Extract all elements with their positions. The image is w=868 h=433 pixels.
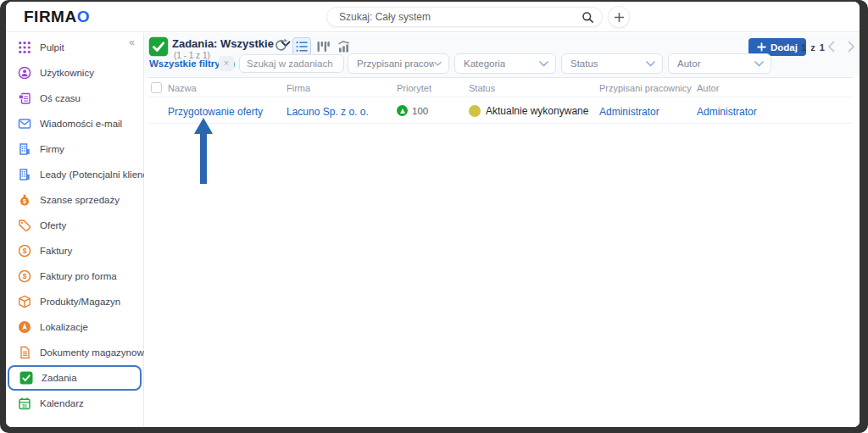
global-search bbox=[326, 7, 603, 27]
sidebar-item-dokumenty-magazynowe[interactable]: Dokumenty magazynowe bbox=[6, 340, 143, 365]
sidebar-item-label: Użytkownicy bbox=[40, 68, 94, 78]
sidebar-item-label: Oferty bbox=[40, 220, 66, 230]
dollar-circle-icon: $ bbox=[18, 244, 31, 258]
sidebar-item-label: Faktury bbox=[40, 246, 72, 256]
moneybag-icon: $ bbox=[18, 193, 31, 207]
filter-dropdown-status[interactable]: Status bbox=[561, 53, 663, 74]
grid-icon bbox=[18, 41, 31, 54]
sidebar-item-label: Firmy bbox=[40, 144, 64, 154]
sidebar-item-label: Wiadomości e-mail bbox=[40, 119, 122, 129]
author-link[interactable]: Administrator bbox=[697, 106, 757, 118]
sidebar-item-label: Faktury pro forma bbox=[40, 271, 117, 281]
page-title: Zadania: Wszystkie bbox=[172, 37, 274, 50]
column-header-status[interactable]: Status bbox=[469, 83, 495, 93]
column-header-nazwa[interactable]: Nazwa bbox=[168, 83, 197, 93]
chevron-down-icon bbox=[646, 61, 655, 67]
sidebar-more[interactable]: ... bbox=[6, 419, 143, 427]
global-search-input[interactable] bbox=[327, 11, 581, 23]
sidebar-item-label: Oś czasu bbox=[40, 93, 81, 103]
svg-text:$: $ bbox=[23, 272, 27, 280]
dropdown-label: Kategoria bbox=[464, 58, 505, 69]
sidebar-item-wiadomosci-email[interactable]: Wiadomości e-mail bbox=[6, 111, 143, 136]
chevron-down-icon bbox=[434, 61, 442, 67]
pagination-next-icon[interactable] bbox=[848, 41, 855, 56]
svg-text:$: $ bbox=[23, 247, 27, 255]
select-all-checkbox[interactable] bbox=[151, 82, 162, 93]
tag-icon bbox=[18, 219, 31, 232]
sidebar-item-os-czasu[interactable]: Oś czasu bbox=[6, 86, 143, 111]
chevron-down-icon bbox=[539, 61, 548, 67]
sidebar-item-label: Kalendarz bbox=[40, 398, 84, 408]
sidebar-item-szanse-sprzedazy[interactable]: $ Szanse sprzedaży bbox=[6, 187, 143, 213]
app-content: FIRMAO Pulpit Użytkownicy Oś czasu bbox=[6, 2, 860, 427]
pagination-prev-icon[interactable] bbox=[827, 41, 835, 56]
logo-text: FIRMA bbox=[24, 8, 77, 25]
task-search-input[interactable] bbox=[239, 54, 344, 73]
document-icon bbox=[18, 346, 31, 359]
sidebar-item-label: Pulpit bbox=[40, 42, 64, 53]
table-row[interactable]: Przygotowanie oferty Lacuno Sp. z o. o. … bbox=[147, 98, 853, 124]
company-link[interactable]: Lacuno Sp. z o. o. bbox=[287, 106, 369, 118]
mail-icon bbox=[18, 117, 31, 130]
sidebar-item-produkty-magazyn[interactable]: Produkty/Magazyn bbox=[6, 289, 143, 314]
sidebar-item-faktury-pro-forma[interactable]: $ Faktury pro forma bbox=[6, 264, 143, 289]
building-icon bbox=[18, 142, 31, 156]
dropdown-label: Status bbox=[570, 58, 598, 69]
main-content: Zadania: Wszystkie (1 - 1 z 1) Dodaj 1 z… bbox=[144, 33, 860, 427]
sidebar-item-label: Zadania bbox=[42, 373, 77, 383]
dropdown-label: Autor bbox=[677, 58, 701, 69]
search-icon[interactable] bbox=[581, 11, 594, 24]
priority-cell: 100 bbox=[397, 105, 428, 116]
svg-text:$: $ bbox=[23, 198, 26, 205]
box-icon bbox=[18, 295, 31, 308]
column-header-firma[interactable]: Firma bbox=[287, 83, 310, 93]
annotation-arrow-up bbox=[193, 118, 214, 184]
sidebar-item-lokalizacje[interactable]: Lokalizacje bbox=[6, 314, 143, 340]
filter-dropdown-przypisani-pracownicy[interactable]: Przypisani pracownicy bbox=[348, 53, 449, 74]
column-header-autor[interactable]: Autor bbox=[697, 83, 719, 93]
plus-icon bbox=[757, 42, 766, 52]
topbar: FIRMAO bbox=[6, 2, 860, 32]
sidebar-item-label: Leady (Potencjalni klienci) bbox=[40, 169, 153, 180]
filter-dropdown-autor[interactable]: Autor bbox=[668, 53, 771, 74]
sidebar-item-label: Dokumenty magazynowe bbox=[40, 347, 149, 358]
refresh-icon[interactable] bbox=[274, 38, 288, 56]
sidebar-item-firmy[interactable]: Firmy bbox=[6, 136, 143, 162]
tasks-icon bbox=[148, 36, 169, 60]
global-add-button[interactable] bbox=[608, 6, 630, 28]
sidebar-item-pulpit[interactable]: Pulpit bbox=[6, 35, 143, 60]
task-name-link[interactable]: Przygotowanie oferty bbox=[168, 106, 263, 118]
add-button-label: Dodaj bbox=[771, 42, 798, 53]
priority-up-icon bbox=[397, 105, 408, 116]
filter-dropdown-kategoria[interactable]: Kategoria bbox=[454, 53, 556, 74]
pagination-label: 1 z 1 bbox=[801, 42, 826, 53]
column-header-priorytet[interactable]: Priorytet bbox=[397, 83, 431, 93]
sidebar-item-faktury[interactable]: $ Faktury bbox=[6, 238, 143, 264]
status-label: Aktualnie wykonywane bbox=[486, 105, 588, 117]
dropdown-label: Przypisani pracownicy bbox=[357, 58, 434, 69]
sidebar: Pulpit Użytkownicy Oś czasu Wiadomości e… bbox=[6, 33, 144, 427]
sidebar-item-label: Szanse sprzedaży bbox=[40, 195, 120, 205]
status-dot-icon bbox=[469, 105, 481, 117]
collapse-sidebar-icon[interactable] bbox=[129, 36, 135, 48]
sidebar-item-kalendarz[interactable]: 31 Kalendarz bbox=[6, 391, 143, 416]
assigned-employee-link[interactable]: Administrator bbox=[599, 106, 659, 118]
column-header-przypisani[interactable]: Przypisani pracownicy bbox=[599, 83, 692, 93]
kanban-view-icon[interactable] bbox=[314, 37, 332, 56]
firmao-logo: FIRMAO bbox=[24, 8, 90, 26]
list-view-icon[interactable] bbox=[292, 37, 311, 56]
sidebar-item-oferty[interactable]: Oferty bbox=[6, 213, 143, 238]
sidebar-item-label: Lokalizacje bbox=[40, 322, 88, 332]
tasks-icon bbox=[19, 371, 33, 385]
timeline-icon bbox=[18, 92, 31, 105]
table-header: Nazwa Firma Priorytet Status Przypisani … bbox=[147, 77, 853, 97]
app-window: FIRMAO Pulpit Użytkownicy Oś czasu bbox=[0, 0, 868, 433]
calendar-icon: 31 bbox=[18, 397, 31, 410]
users-icon bbox=[18, 66, 31, 80]
sidebar-item-zadania[interactable]: Zadania bbox=[8, 365, 142, 391]
plus-icon bbox=[614, 12, 625, 23]
sidebar-item-uzytkownicy[interactable]: Użytkownicy bbox=[6, 60, 143, 86]
clear-filters-icon[interactable] bbox=[219, 56, 234, 71]
sidebar-item-leady[interactable]: Leady (Potencjalni klienci) bbox=[6, 162, 143, 187]
logo-accent: O bbox=[77, 8, 90, 25]
